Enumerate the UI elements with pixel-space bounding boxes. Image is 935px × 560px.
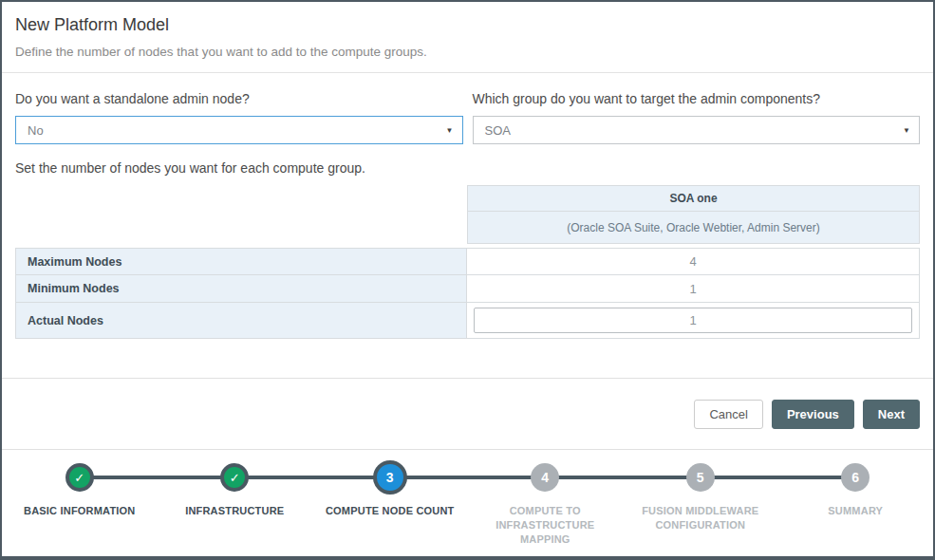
wizard-step-basic-information[interactable]: ✓ BASIC INFORMATION — [2, 450, 158, 550]
minimum-nodes-value: 1 — [467, 275, 920, 303]
row-label: Minimum Nodes — [15, 275, 467, 303]
target-group-value: SOA — [485, 123, 511, 138]
table-instruction: Set the number of nodes you want for eac… — [15, 160, 920, 176]
table-header-spacer — [15, 212, 467, 244]
standalone-admin-value: No — [28, 123, 44, 138]
row-label: Actual Nodes — [15, 303, 467, 339]
step-circle-wrap: 6 — [841, 460, 870, 495]
wizard-step-summary: 6 SUMMARY — [778, 450, 934, 550]
page-title: New Platform Model — [15, 15, 918, 35]
step-number-badge: 6 — [841, 463, 870, 492]
maximum-nodes-value: 4 — [467, 248, 920, 275]
table-row-minimum-nodes: Minimum Nodes 1 — [15, 275, 920, 303]
step-circle-wrap: 4 — [531, 460, 559, 495]
target-group-question: Which group do you want to target the ad… — [473, 91, 921, 144]
step-circle-wrap: ✓ — [65, 460, 94, 495]
step-circle-wrap: 3 — [373, 460, 407, 495]
standalone-admin-label: Do you want a standalone admin node? — [15, 91, 463, 106]
wizard-train: ✓ BASIC INFORMATION ✓ INFRASTRUCTURE 3 C… — [2, 450, 933, 550]
table-row-maximum-nodes: Maximum Nodes 4 — [15, 248, 920, 275]
dialog-header: New Platform Model Define the number of … — [2, 2, 933, 59]
row-label: Maximum Nodes — [15, 248, 467, 275]
table-row-actual-nodes: Actual Nodes — [15, 303, 920, 339]
target-group-select[interactable]: SOA ▼ — [473, 116, 921, 144]
questions-row: Do you want a standalone admin node? No … — [15, 91, 920, 144]
step-label: BASIC INFORMATION — [24, 504, 135, 518]
table-body: Maximum Nodes 4 Minimum Nodes 1 Actual N… — [15, 248, 920, 339]
step-label: INFRASTRUCTURE — [185, 504, 284, 518]
page-subtitle: Define the number of nodes that you want… — [15, 45, 918, 59]
table-header-spacer — [15, 185, 467, 212]
target-group-label: Which group do you want to target the ad… — [473, 91, 921, 106]
step-label: COMPUTE TO INFRASTRUCTURE MAPPING — [474, 504, 616, 547]
dropdown-arrow-icon: ▼ — [903, 126, 910, 135]
step-label: FUSION MIDDLEWARE CONFIGURATION — [629, 504, 772, 532]
wizard-steps: ✓ BASIC INFORMATION ✓ INFRASTRUCTURE 3 C… — [2, 450, 933, 550]
step-number-badge: 5 — [686, 463, 715, 492]
step-circle-wrap: 5 — [686, 460, 715, 495]
check-icon: ✓ — [65, 463, 94, 492]
step-label: COMPUTE NODE COUNT — [326, 504, 455, 518]
previous-button[interactable]: Previous — [772, 400, 854, 429]
wizard-step-infrastructure[interactable]: ✓ INFRASTRUCTURE — [158, 450, 313, 550]
footer-buttons: Cancel Previous Next — [15, 400, 920, 429]
standalone-admin-question: Do you want a standalone admin node? No … — [15, 91, 463, 144]
group-name-header: SOA one — [467, 185, 920, 212]
standalone-admin-select[interactable]: No ▼ — [15, 116, 463, 144]
group-components-header: (Oracle SOA Suite, Oracle Webtier, Admin… — [467, 212, 920, 244]
check-icon: ✓ — [220, 463, 249, 492]
content-footer-divider — [2, 378, 933, 379]
step-number-badge: 4 — [531, 463, 559, 492]
new-platform-model-dialog: New Platform Model Define the number of … — [0, 0, 935, 560]
cancel-button[interactable]: Cancel — [694, 400, 762, 429]
actual-nodes-input[interactable] — [474, 308, 912, 333]
table-header-row-components: (Oracle SOA Suite, Oracle Webtier, Admin… — [15, 212, 920, 244]
wizard-step-compute-to-infrastructure-mapping: 4 COMPUTE TO INFRASTRUCTURE MAPPING — [468, 450, 624, 550]
train-connector-line — [80, 476, 855, 479]
wizard-step-fusion-middleware-configuration: 5 FUSION MIDDLEWARE CONFIGURATION — [623, 450, 778, 550]
step-label: SUMMARY — [828, 504, 883, 518]
step-circle-wrap: ✓ — [220, 460, 249, 495]
dropdown-arrow-icon: ▼ — [446, 126, 454, 135]
table-header-row-name: SOA one — [15, 185, 920, 212]
compute-nodes-table: SOA one (Oracle SOA Suite, Oracle Webtie… — [15, 185, 920, 339]
next-button[interactable]: Next — [863, 400, 920, 429]
actual-nodes-cell — [467, 303, 920, 339]
wizard-step-compute-node-count[interactable]: 3 COMPUTE NODE COUNT — [312, 450, 468, 550]
step-number-badge: 3 — [373, 460, 407, 495]
header-divider — [2, 72, 933, 73]
